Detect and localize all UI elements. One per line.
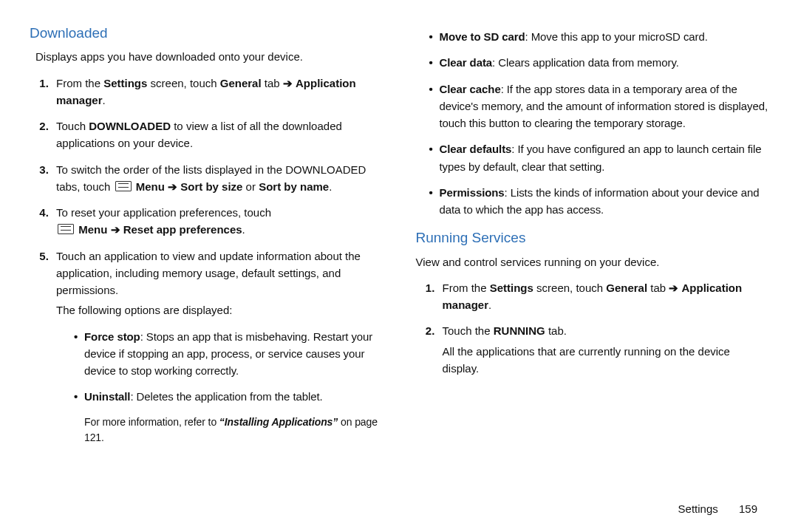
bullet-clear-cache: Clear cache: If the app stores data in a… — [429, 81, 769, 132]
left-column: Downloaded Displays apps you have downlo… — [30, 22, 383, 451]
steps-running: From the Settings screen, touch General … — [438, 279, 769, 377]
step5-subtext: The following options are displayed: — [56, 301, 383, 318]
bullet-force-stop: Force stop: Stops an app that is misbeha… — [74, 328, 383, 380]
bullet-clear-data: Clear data: Clears application data from… — [429, 54, 769, 71]
rstep2-subtext: All the applications that are currently … — [443, 343, 769, 378]
step-1: From the Settings screen, touch General … — [52, 75, 383, 109]
intro-running: View and control services running on you… — [416, 253, 769, 270]
step-4: To reset your application preferences, t… — [52, 204, 383, 239]
footer-page-number: 159 — [739, 502, 757, 515]
step-3: To switch the order of the lists display… — [52, 161, 383, 196]
uninstall-note: For more information, refer to “Installi… — [84, 415, 383, 446]
two-column-layout: Downloaded Displays apps you have downlo… — [30, 22, 768, 451]
bullet-uninstall: Uninstall: Deletes the application from … — [74, 388, 383, 405]
intro-downloaded: Displays apps you have downloaded onto y… — [35, 48, 383, 65]
steps-downloaded: From the Settings screen, touch General … — [52, 75, 383, 319]
rstep-2: Touch the RUNNING tab. All the applicati… — [438, 322, 769, 377]
rstep-1: From the Settings screen, touch General … — [438, 279, 769, 314]
step-5: Touch an application to view and update … — [52, 248, 383, 319]
right-column: Move to SD card: Move this app to your m… — [416, 22, 769, 451]
bullet-move-sd: Move to SD card: Move this app to your m… — [429, 28, 769, 45]
bullet-permissions: Permissions: Lists the kinds of informat… — [429, 184, 769, 219]
menu-icon — [58, 224, 74, 234]
heading-running-services: Running Services — [416, 227, 769, 248]
options-bullets-right: Move to SD card: Move this app to your m… — [429, 28, 769, 218]
footer-section: Settings — [678, 502, 718, 515]
step-2: Touch DOWNLOADED to view a list of all t… — [52, 117, 383, 152]
page-footer: Settings 159 — [678, 500, 757, 517]
bullet-clear-defaults: Clear defaults: If you have configured a… — [429, 140, 769, 175]
options-bullets-left: Force stop: Stops an app that is misbeha… — [74, 328, 383, 406]
heading-downloaded: Downloaded — [30, 22, 383, 44]
menu-icon — [115, 181, 132, 191]
